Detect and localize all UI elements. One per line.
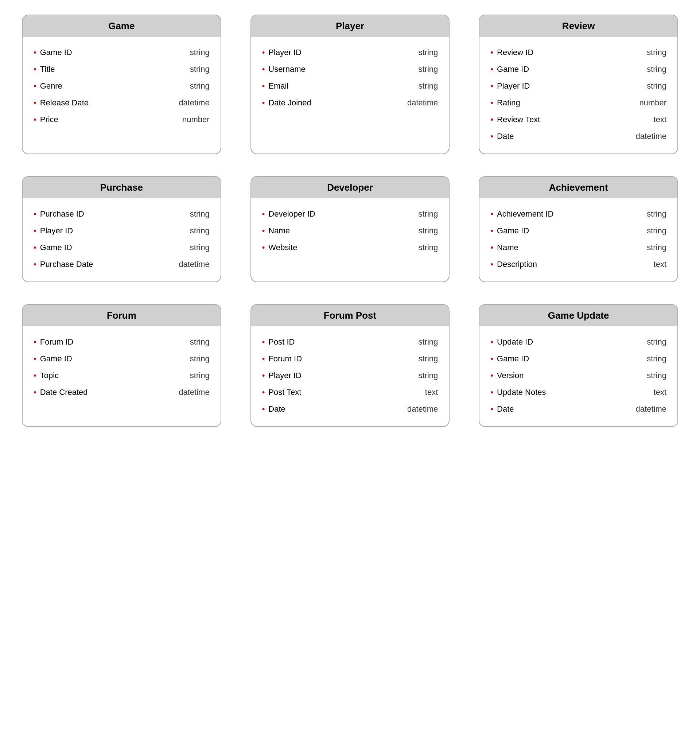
field-name: •Post Text: [262, 388, 301, 397]
table-row: •Game IDstring: [34, 44, 210, 61]
entity-body-review: •Review IDstring•Game IDstring•Player ID…: [479, 37, 677, 153]
table-row: •Datedatetime: [262, 401, 438, 418]
table-row: •Game IDstring: [490, 222, 666, 239]
table-row: •Purchase Datedatetime: [34, 256, 210, 273]
field-label: Date Created: [40, 388, 88, 397]
entity-header-developer: Developer: [251, 177, 449, 199]
table-row: •Developer IDstring: [262, 206, 438, 222]
bullet-icon: •: [34, 226, 37, 235]
field-type: datetime: [636, 405, 666, 414]
field-name: •Game ID: [34, 354, 72, 363]
field-name: •Date: [490, 132, 514, 141]
bullet-icon: •: [262, 48, 265, 57]
field-label: Date: [497, 405, 514, 414]
entity-header-forum-post: Forum Post: [251, 305, 449, 327]
bullet-icon: •: [490, 48, 493, 57]
field-name: •Title: [34, 65, 55, 74]
table-row: •Websitestring: [262, 239, 438, 256]
field-type: number: [182, 115, 210, 124]
field-label: Review Text: [497, 115, 540, 124]
table-row: •Pricenumber: [34, 111, 210, 128]
bullet-icon: •: [34, 337, 37, 347]
table-row: •Ratingnumber: [490, 94, 666, 111]
field-type: string: [647, 48, 666, 57]
bullet-icon: •: [490, 115, 493, 124]
field-label: Review ID: [497, 48, 533, 57]
field-type: string: [190, 226, 210, 235]
field-type: string: [190, 243, 210, 252]
bullet-icon: •: [490, 209, 493, 219]
field-label: Genre: [40, 81, 62, 91]
entity-body-achievement: •Achievement IDstring•Game IDstring•Name…: [479, 199, 677, 281]
field-type: string: [190, 48, 210, 57]
table-row: •Date Createddatetime: [34, 384, 210, 401]
field-name: •Forum ID: [34, 337, 73, 347]
field-name: •Game ID: [490, 65, 529, 74]
field-name: •Achievement ID: [490, 209, 553, 219]
bullet-icon: •: [490, 132, 493, 141]
field-name: •Date: [490, 405, 514, 414]
field-label: Rating: [497, 98, 520, 107]
field-type: string: [647, 243, 666, 252]
entity-header-review: Review: [479, 15, 677, 37]
bullet-icon: •: [262, 243, 265, 252]
field-label: Description: [497, 260, 537, 269]
field-name: •Name: [490, 243, 518, 252]
field-label: Post Text: [268, 388, 301, 397]
field-type: string: [190, 65, 210, 74]
bullet-icon: •: [34, 98, 37, 107]
field-label: Game ID: [40, 48, 72, 57]
bullet-icon: •: [34, 65, 37, 74]
table-row: •Review IDstring: [490, 44, 666, 61]
table-row: •Post IDstring: [262, 334, 438, 350]
table-row: •Player IDstring: [490, 78, 666, 94]
field-name: •Rating: [490, 98, 520, 107]
entity-body-forum-post: •Post IDstring•Forum IDstring•Player IDs…: [251, 327, 449, 426]
field-type: string: [647, 226, 666, 235]
field-label: Player ID: [268, 371, 301, 380]
field-label: Date: [497, 132, 514, 141]
entity-body-game-update: •Update IDstring•Game IDstring•Versionst…: [479, 327, 677, 426]
field-type: string: [647, 371, 666, 380]
field-label: Topic: [40, 371, 59, 380]
field-name: •Update ID: [490, 337, 533, 347]
field-type: string: [419, 226, 438, 235]
field-type: string: [419, 243, 438, 252]
table-row: •Topicstring: [34, 367, 210, 384]
bullet-icon: •: [262, 65, 265, 74]
field-label: Price: [40, 115, 58, 124]
table-row: •Purchase IDstring: [34, 206, 210, 222]
bullet-icon: •: [490, 98, 493, 107]
field-name: •Developer ID: [262, 209, 315, 219]
field-type: string: [419, 371, 438, 380]
table-row: •Forum IDstring: [262, 350, 438, 367]
field-name: •Description: [490, 260, 537, 269]
bullet-icon: •: [34, 354, 37, 363]
field-label: Update Notes: [497, 388, 546, 397]
table-row: •Namestring: [490, 239, 666, 256]
field-type: datetime: [179, 260, 209, 269]
entity-card-player: Player•Player IDstring•Usernamestring•Em…: [250, 15, 450, 154]
field-name: •Topic: [34, 371, 59, 380]
field-type: string: [419, 354, 438, 363]
field-label: Date: [268, 405, 285, 414]
table-row: •Achievement IDstring: [490, 206, 666, 222]
field-type: string: [647, 81, 666, 91]
field-name: •Date Joined: [262, 98, 311, 107]
field-name: •Website: [262, 243, 297, 252]
field-name: •Name: [262, 226, 290, 235]
field-label: Achievement ID: [497, 209, 553, 219]
field-type: string: [190, 209, 210, 219]
field-type: datetime: [179, 388, 209, 397]
table-row: •Versionstring: [490, 367, 666, 384]
field-label: Player ID: [497, 81, 530, 91]
table-row: •Titlestring: [34, 61, 210, 78]
field-name: •Purchase ID: [34, 209, 84, 219]
bullet-icon: •: [34, 81, 37, 91]
bullet-icon: •: [490, 371, 493, 380]
bullet-icon: •: [490, 405, 493, 414]
table-row: •Player IDstring: [262, 44, 438, 61]
field-label: Player ID: [40, 226, 73, 235]
bullet-icon: •: [262, 226, 265, 235]
field-type: string: [647, 209, 666, 219]
